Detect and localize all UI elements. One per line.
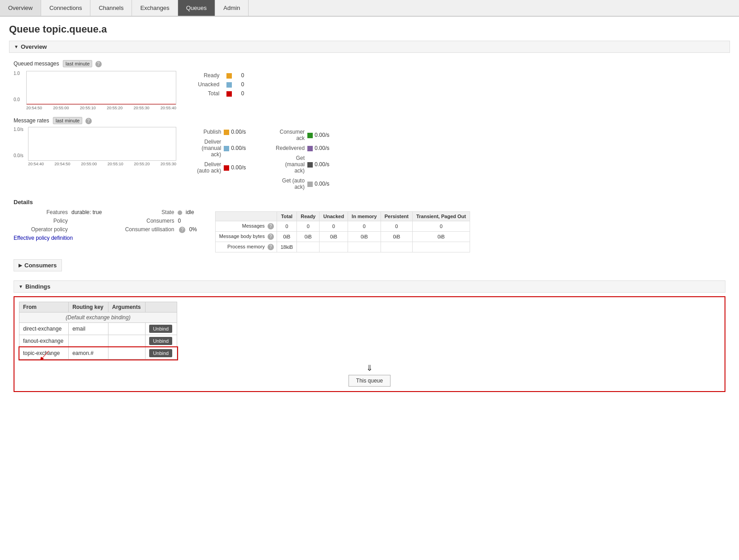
stats-body-ready: 0iB — [297, 232, 320, 242]
nav-admin[interactable]: Admin — [215, 0, 249, 16]
features-row: Features durable: true — [14, 209, 102, 215]
nav-queues[interactable]: Queues — [178, 0, 216, 16]
operator-policy-row: Operator policy — [14, 226, 102, 233]
legend-ready-color — [223, 71, 237, 80]
process-mem-help[interactable]: ? — [268, 244, 274, 250]
nav-connections[interactable]: Connections — [41, 0, 90, 16]
policy-label: Policy — [14, 218, 68, 224]
stats-messages-unacked: 0 — [320, 221, 348, 232]
stats-col-total: Total — [277, 212, 297, 221]
rate-deliver-manual-color — [224, 137, 231, 159]
rate-consumer-ack-label: Consumerack — [273, 127, 307, 143]
rate-consumer-ack-value: 0.00/s — [315, 127, 329, 143]
state-row: State idle — [120, 209, 197, 215]
effective-policy-link[interactable]: Effective policy definition — [14, 235, 73, 241]
state-value: idle — [178, 209, 194, 215]
stats-row-process-memory: Process memory ? 18kiB — [215, 242, 470, 252]
overview-section-header[interactable]: ▼ Overview — [9, 41, 730, 53]
legend-total: Total 0 — [194, 89, 248, 98]
stats-col-unacked: Unacked — [320, 212, 348, 221]
effective-policy-row: Effective policy definition — [14, 235, 102, 241]
rates-last-minute-badge[interactable]: last minute — [53, 117, 82, 124]
bindings-col-from: From — [19, 302, 69, 313]
rate-redelivered-color — [307, 143, 315, 153]
bindings-col-arguments: Arguments — [108, 302, 145, 313]
binding-fanout-routing — [69, 335, 108, 347]
operator-policy-label: Operator policy — [14, 226, 68, 233]
stats-messages-label: Messages ? — [215, 221, 277, 232]
page-content: Queue topic.queue.a ▼ Overview Queued me… — [0, 17, 739, 409]
nav-overview[interactable]: Overview — [0, 0, 41, 16]
chart2-y-bottom: 0.0/s — [14, 153, 24, 158]
rate-get-auto-color — [307, 176, 315, 192]
queued-last-minute-badge[interactable]: last minute — [63, 60, 92, 67]
stats-col-inmemory: In memory — [348, 212, 381, 221]
consumer-utilisation-value: 0% — [189, 226, 197, 233]
default-binding-text: (Default exchange binding) — [19, 313, 177, 323]
rate-redelivered-label: Redelivered — [273, 143, 307, 153]
stats-body-transient: 0iB — [412, 232, 470, 242]
stats-body-total: 0iB — [277, 232, 297, 242]
stats-messages-transient: 0 — [412, 221, 470, 232]
stats-process-unacked — [320, 242, 348, 252]
bindings-section-header[interactable]: ▼ Bindings — [14, 280, 725, 293]
binding-direct-args — [108, 323, 145, 335]
queued-chart-wrapper: 1.0 0.0 20:54:50 20:55:00 20:55:10 20:55… — [14, 71, 176, 110]
effective-policy-label: Effective policy definition — [14, 235, 73, 241]
chart2-x5: 20:55:30 — [160, 162, 176, 166]
unbind-direct-button[interactable]: Unbind — [149, 325, 172, 333]
overview-label: Overview — [21, 43, 47, 50]
stats-messages-inmemory: 0 — [348, 221, 381, 232]
stats-messages-total: 0 — [277, 221, 297, 232]
chart2-x2: 20:55:00 — [81, 162, 97, 166]
nav-exchanges[interactable]: Exchanges — [132, 0, 178, 16]
binding-topic-args — [108, 347, 145, 359]
stats-body-persistent: 0iB — [381, 232, 412, 242]
binding-direct-exchange: direct-exchange email Unbind — [19, 323, 177, 335]
legend-total-color — [223, 89, 237, 98]
messages-help[interactable]: ? — [268, 223, 274, 229]
overview-section-body: Queued messages last minute ? 1.0 0.0 20… — [9, 56, 730, 402]
stats-row-body-bytes: Message body bytes ? 0iB 0iB 0iB 0iB 0iB… — [215, 232, 470, 242]
rates-help-icon[interactable]: ? — [85, 118, 92, 124]
stats-row-messages: Messages ? 0 0 0 0 0 0 — [215, 221, 470, 232]
legend-ready: Ready 0 — [194, 71, 248, 80]
consumers-value: 0 — [178, 218, 181, 224]
binding-fanout-args — [108, 335, 145, 347]
details-section: Details Features durable: true Policy Op… — [14, 199, 725, 252]
rate-redelivered-value: 0.00/s — [315, 143, 329, 153]
chart2-y-top: 1.0/s — [14, 127, 24, 132]
unbind-topic-button[interactable]: Unbind — [149, 349, 172, 357]
nav-channels[interactable]: Channels — [90, 0, 132, 16]
rate-consumer-ack-color — [307, 127, 315, 143]
rate-redelivered: Redelivered 0.00/s — [273, 143, 329, 153]
queued-help-icon[interactable]: ? — [95, 61, 102, 67]
chart2-x-labels: 20:54:40 20:54:50 20:55:00 20:55:10 20:5… — [28, 162, 176, 166]
details-stats: Total Ready Unacked In memory Persistent… — [215, 209, 470, 252]
stats-process-ready — [297, 242, 320, 252]
consumers-section-header[interactable]: ▶ Consumers — [14, 259, 62, 271]
consumers-section: ▶ Consumers — [14, 259, 725, 275]
unbind-fanout-button[interactable]: Unbind — [149, 337, 172, 345]
bindings-arrow: ▼ — [19, 284, 23, 289]
this-queue-container: ⇓ This queue — [19, 363, 720, 387]
state-label: State — [120, 209, 174, 215]
rate-deliver-auto-label: Deliver(auto ack) — [194, 159, 224, 176]
details-grid: Features durable: true Policy Operator p… — [14, 209, 725, 252]
rates-right-col: Consumerack 0.00/s Redelivered 0.00/s Ge… — [273, 127, 329, 192]
details-label: Details — [14, 199, 725, 205]
default-binding-row: (Default exchange binding) — [19, 313, 177, 323]
stats-body-inmemory: 0iB — [348, 232, 381, 242]
binding-topic-from: topic-exchange — [19, 347, 69, 359]
rate-publish-value: 0.00/s — [231, 127, 246, 137]
chart1-y-bottom: 0.0 — [14, 97, 20, 102]
stats-col-transient: Transient, Paged Out — [412, 212, 470, 221]
consumers-row: Consumers 0 — [120, 218, 197, 224]
chart2-x4: 20:55:20 — [134, 162, 150, 166]
queued-messages-row: Queued messages last minute ? — [14, 60, 725, 67]
body-bytes-help[interactable]: ? — [268, 233, 274, 240]
consumer-util-help[interactable]: ? — [179, 227, 185, 233]
stats-process-total: 18kiB — [277, 242, 297, 252]
title-prefix: Queue — [9, 23, 40, 35]
chart1-x0: 20:54:50 — [26, 106, 42, 110]
